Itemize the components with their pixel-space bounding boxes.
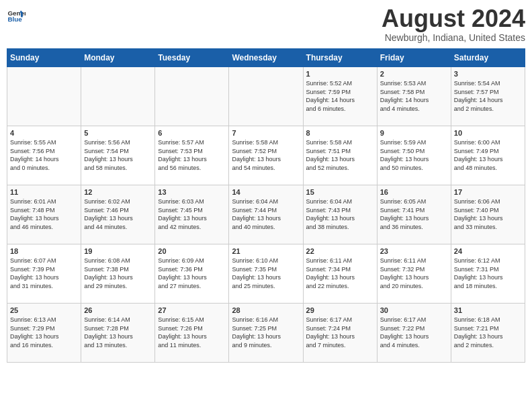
day-cell: 31Sunrise: 6:18 AM Sunset: 7:21 PM Dayli… — [451, 304, 525, 363]
day-info: Sunrise: 6:04 AM Sunset: 7:43 PM Dayligh… — [306, 197, 374, 231]
day-info: Sunrise: 6:03 AM Sunset: 7:45 PM Dayligh… — [158, 197, 226, 231]
header-row: SundayMondayTuesdayWednesdayThursdayFrid… — [7, 49, 525, 67]
day-number: 7 — [232, 129, 300, 137]
day-cell: 3Sunrise: 5:54 AM Sunset: 7:57 PM Daylig… — [451, 67, 525, 126]
day-number: 8 — [306, 129, 374, 137]
day-cell: 22Sunrise: 6:11 AM Sunset: 7:34 PM Dayli… — [303, 244, 377, 304]
day-cell — [81, 67, 155, 126]
day-number: 1 — [306, 70, 374, 78]
day-number: 19 — [84, 247, 152, 255]
logo-icon: General Blue — [7, 7, 26, 26]
day-cell: 9Sunrise: 5:59 AM Sunset: 7:50 PM Daylig… — [377, 126, 451, 185]
day-number: 9 — [380, 129, 448, 137]
day-info: Sunrise: 6:12 AM Sunset: 7:31 PM Dayligh… — [454, 257, 522, 290]
day-info: Sunrise: 5:53 AM Sunset: 7:58 PM Dayligh… — [380, 79, 448, 113]
day-cell — [229, 67, 303, 126]
title-area: August 2024 Newburgh, Indiana, United St… — [382, 7, 525, 43]
day-number: 28 — [232, 306, 300, 314]
day-info: Sunrise: 5:55 AM Sunset: 7:56 PM Dayligh… — [10, 138, 78, 172]
column-header-saturday: Saturday — [451, 49, 525, 67]
day-info: Sunrise: 6:13 AM Sunset: 7:29 PM Dayligh… — [10, 316, 78, 349]
day-cell: 26Sunrise: 6:14 AM Sunset: 7:28 PM Dayli… — [81, 304, 155, 363]
day-cell — [155, 67, 229, 126]
day-cell: 7Sunrise: 5:58 AM Sunset: 7:52 PM Daylig… — [229, 126, 303, 185]
day-cell: 29Sunrise: 6:17 AM Sunset: 7:24 PM Dayli… — [303, 304, 377, 363]
logo: General Blue — [7, 7, 26, 26]
day-info: Sunrise: 5:54 AM Sunset: 7:57 PM Dayligh… — [454, 79, 522, 113]
day-cell: 2Sunrise: 5:53 AM Sunset: 7:58 PM Daylig… — [377, 67, 451, 126]
day-number: 27 — [158, 306, 226, 314]
week-row-5: 25Sunrise: 6:13 AM Sunset: 7:29 PM Dayli… — [7, 304, 525, 363]
day-cell: 16Sunrise: 6:05 AM Sunset: 7:41 PM Dayli… — [377, 185, 451, 244]
day-number: 24 — [454, 247, 522, 255]
day-cell: 19Sunrise: 6:08 AM Sunset: 7:38 PM Dayli… — [81, 244, 155, 304]
day-info: Sunrise: 6:09 AM Sunset: 7:36 PM Dayligh… — [158, 257, 226, 290]
day-number: 6 — [158, 129, 226, 137]
day-cell: 4Sunrise: 5:55 AM Sunset: 7:56 PM Daylig… — [7, 126, 81, 185]
day-info: Sunrise: 6:01 AM Sunset: 7:48 PM Dayligh… — [10, 197, 78, 231]
day-info: Sunrise: 5:59 AM Sunset: 7:50 PM Dayligh… — [380, 138, 448, 172]
day-number: 18 — [10, 247, 78, 255]
week-row-2: 4Sunrise: 5:55 AM Sunset: 7:56 PM Daylig… — [7, 126, 525, 185]
day-cell: 23Sunrise: 6:11 AM Sunset: 7:32 PM Dayli… — [377, 244, 451, 304]
column-header-thursday: Thursday — [303, 49, 377, 67]
column-header-sunday: Sunday — [7, 49, 81, 67]
day-number: 16 — [380, 188, 448, 196]
day-number: 26 — [84, 306, 152, 314]
day-number: 11 — [10, 188, 78, 196]
day-cell: 21Sunrise: 6:10 AM Sunset: 7:35 PM Dayli… — [229, 244, 303, 304]
day-cell: 10Sunrise: 6:00 AM Sunset: 7:49 PM Dayli… — [451, 126, 525, 185]
day-number: 14 — [232, 188, 300, 196]
day-info: Sunrise: 6:17 AM Sunset: 7:22 PM Dayligh… — [380, 316, 448, 349]
day-info: Sunrise: 6:17 AM Sunset: 7:24 PM Dayligh… — [306, 316, 374, 349]
column-header-tuesday: Tuesday — [155, 49, 229, 67]
day-number: 5 — [84, 129, 152, 137]
day-number: 17 — [454, 188, 522, 196]
day-cell — [7, 67, 81, 126]
day-cell: 20Sunrise: 6:09 AM Sunset: 7:36 PM Dayli… — [155, 244, 229, 304]
day-info: Sunrise: 6:07 AM Sunset: 7:39 PM Dayligh… — [10, 257, 78, 290]
day-cell: 30Sunrise: 6:17 AM Sunset: 7:22 PM Dayli… — [377, 304, 451, 363]
day-number: 3 — [454, 70, 522, 78]
day-info: Sunrise: 5:58 AM Sunset: 7:52 PM Dayligh… — [232, 138, 300, 172]
day-info: Sunrise: 6:04 AM Sunset: 7:44 PM Dayligh… — [232, 197, 300, 231]
header: General Blue August 2024 Newburgh, India… — [7, 7, 525, 43]
day-number: 30 — [380, 306, 448, 314]
day-info: Sunrise: 6:11 AM Sunset: 7:34 PM Dayligh… — [306, 257, 374, 290]
day-cell: 1Sunrise: 5:52 AM Sunset: 7:59 PM Daylig… — [303, 67, 377, 126]
day-info: Sunrise: 6:00 AM Sunset: 7:49 PM Dayligh… — [454, 138, 522, 172]
week-row-3: 11Sunrise: 6:01 AM Sunset: 7:48 PM Dayli… — [7, 185, 525, 244]
day-info: Sunrise: 5:58 AM Sunset: 7:51 PM Dayligh… — [306, 138, 374, 172]
day-info: Sunrise: 6:15 AM Sunset: 7:26 PM Dayligh… — [158, 316, 226, 349]
day-cell: 17Sunrise: 6:06 AM Sunset: 7:40 PM Dayli… — [451, 185, 525, 244]
day-number: 10 — [454, 129, 522, 137]
day-info: Sunrise: 6:08 AM Sunset: 7:38 PM Dayligh… — [84, 257, 152, 290]
day-number: 15 — [306, 188, 374, 196]
day-info: Sunrise: 6:02 AM Sunset: 7:46 PM Dayligh… — [84, 197, 152, 231]
day-info: Sunrise: 6:10 AM Sunset: 7:35 PM Dayligh… — [232, 257, 300, 290]
day-info: Sunrise: 6:11 AM Sunset: 7:32 PM Dayligh… — [380, 257, 448, 290]
column-header-monday: Monday — [81, 49, 155, 67]
day-cell: 14Sunrise: 6:04 AM Sunset: 7:44 PM Dayli… — [229, 185, 303, 244]
day-info: Sunrise: 5:56 AM Sunset: 7:54 PM Dayligh… — [84, 138, 152, 172]
week-row-1: 1Sunrise: 5:52 AM Sunset: 7:59 PM Daylig… — [7, 67, 525, 126]
day-cell: 12Sunrise: 6:02 AM Sunset: 7:46 PM Dayli… — [81, 185, 155, 244]
day-info: Sunrise: 5:57 AM Sunset: 7:53 PM Dayligh… — [158, 138, 226, 172]
day-info: Sunrise: 6:05 AM Sunset: 7:41 PM Dayligh… — [380, 197, 448, 231]
day-cell: 15Sunrise: 6:04 AM Sunset: 7:43 PM Dayli… — [303, 185, 377, 244]
day-cell: 28Sunrise: 6:16 AM Sunset: 7:25 PM Dayli… — [229, 304, 303, 363]
day-number: 13 — [158, 188, 226, 196]
day-info: Sunrise: 6:16 AM Sunset: 7:25 PM Dayligh… — [232, 316, 300, 349]
day-info: Sunrise: 5:52 AM Sunset: 7:59 PM Dayligh… — [306, 79, 374, 113]
calendar-subtitle: Newburgh, Indiana, United States — [382, 32, 525, 43]
day-info: Sunrise: 6:06 AM Sunset: 7:40 PM Dayligh… — [454, 197, 522, 231]
calendar-title: August 2024 — [382, 7, 525, 31]
svg-text:Blue: Blue — [7, 15, 22, 23]
day-cell: 6Sunrise: 5:57 AM Sunset: 7:53 PM Daylig… — [155, 126, 229, 185]
day-number: 25 — [10, 306, 78, 314]
day-cell: 13Sunrise: 6:03 AM Sunset: 7:45 PM Dayli… — [155, 185, 229, 244]
week-row-4: 18Sunrise: 6:07 AM Sunset: 7:39 PM Dayli… — [7, 244, 525, 304]
day-number: 4 — [10, 129, 78, 137]
column-header-wednesday: Wednesday — [229, 49, 303, 67]
day-cell: 11Sunrise: 6:01 AM Sunset: 7:48 PM Dayli… — [7, 185, 81, 244]
